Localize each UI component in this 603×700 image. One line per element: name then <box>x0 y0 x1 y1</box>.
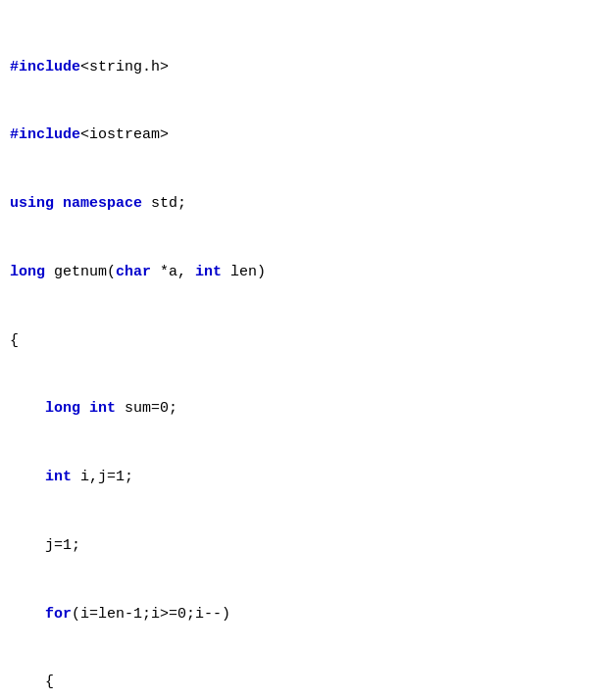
code-container: #include<string.h> #include<iostream> us… <box>10 10 589 700</box>
code-line-3: using namespace std; <box>10 192 589 215</box>
code-line-10: { <box>10 671 589 693</box>
code-line-1: #include<string.h> <box>10 56 589 78</box>
code-line-7: int i,j=1; <box>10 466 589 488</box>
code-line-9: for(i=len-1;i>=0;i--) <box>10 603 589 625</box>
code-line-5: { <box>10 329 589 352</box>
code-line-2: #include<iostream> <box>10 124 589 146</box>
code-line-6: long int sum=0; <box>10 397 589 420</box>
code-line-4: long getnum(char *a, int len) <box>10 261 589 283</box>
code-line-8: j=1; <box>10 534 589 557</box>
code-block: #include<string.h> #include<iostream> us… <box>10 10 589 700</box>
